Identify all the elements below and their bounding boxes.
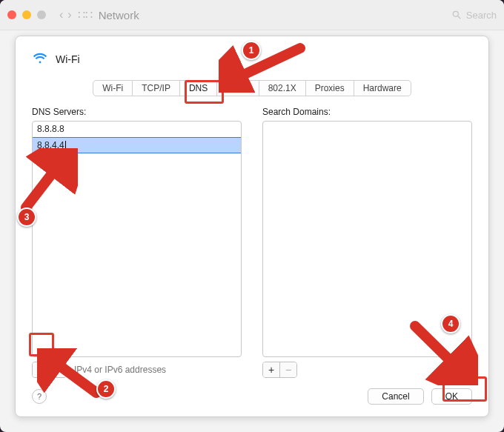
- dns-columns: DNS Servers: 8.8.8.88.8.4.4 + − IPv4 or …: [32, 107, 472, 378]
- search-placeholder: Search: [466, 10, 497, 21]
- tab-dns[interactable]: DNS: [180, 80, 217, 96]
- forward-icon[interactable]: ›: [67, 8, 71, 21]
- window-title: Network: [99, 9, 139, 21]
- search-domains-label: Search Domains:: [262, 107, 472, 117]
- remove-dns-button[interactable]: −: [49, 362, 66, 377]
- nav-arrows: ‹ ›: [59, 8, 72, 21]
- ok-button[interactable]: OK: [431, 388, 472, 405]
- dns-servers-column: DNS Servers: 8.8.8.88.8.4.4 + − IPv4 or …: [32, 107, 242, 378]
- dns-server-entry[interactable]: 8.8.8.8: [33, 122, 241, 137]
- dns-server-entry[interactable]: 8.8.4.4: [33, 137, 241, 153]
- cancel-button[interactable]: Cancel: [368, 388, 423, 405]
- panel-footer: ? Cancel OK: [32, 388, 472, 405]
- show-all-icon[interactable]: ∷∷: [78, 8, 93, 22]
- tab-wifi[interactable]: Wi-Fi: [93, 80, 133, 96]
- svg-point-0: [453, 11, 458, 16]
- wifi-icon: [32, 50, 48, 68]
- tab-proxies[interactable]: Proxies: [306, 80, 354, 96]
- search-domains-add-remove: + −: [262, 362, 297, 378]
- system-preferences-window: ‹ › ∷∷ Network Search Wi-Fi Wi-FiTCP/IPD…: [0, 0, 504, 432]
- tab-hardware[interactable]: Hardware: [354, 80, 411, 96]
- svg-line-1: [458, 16, 461, 19]
- window-controls: [7, 10, 46, 19]
- close-window-button[interactable]: [7, 10, 16, 19]
- window-titlebar: ‹ › ∷∷ Network Search: [0, 0, 504, 30]
- add-dns-button[interactable]: +: [33, 362, 49, 377]
- help-button[interactable]: ?: [32, 389, 47, 404]
- back-icon[interactable]: ‹: [59, 8, 63, 21]
- search-domains-column: Search Domains: + −: [262, 107, 472, 378]
- panel-title: Wi-Fi: [56, 53, 80, 65]
- zoom-window-button[interactable]: [37, 10, 46, 19]
- network-advanced-panel: Wi-Fi Wi-FiTCP/IPDNSWINS802.1XProxiesHar…: [15, 36, 489, 417]
- remove-search-domain-button[interactable]: −: [279, 362, 296, 377]
- dns-add-remove: + −: [32, 362, 67, 378]
- minimize-window-button[interactable]: [22, 10, 31, 19]
- tab-8021x[interactable]: 802.1X: [259, 80, 306, 96]
- tab-wins[interactable]: WINS: [217, 80, 259, 96]
- dns-servers-label: DNS Servers:: [32, 107, 242, 117]
- tab-tcpip[interactable]: TCP/IP: [133, 80, 180, 96]
- search-domains-list[interactable]: [262, 121, 472, 357]
- dns-servers-list[interactable]: 8.8.8.88.8.4.4: [32, 121, 242, 357]
- search-icon: [451, 10, 462, 20]
- add-search-domain-button[interactable]: +: [263, 362, 279, 377]
- search-field[interactable]: Search: [451, 10, 497, 21]
- settings-tabs: Wi-FiTCP/IPDNSWINS802.1XProxiesHardware: [93, 80, 411, 96]
- panel-header: Wi-Fi: [32, 50, 472, 68]
- dns-hint: IPv4 or IPv6 addresses: [74, 365, 166, 375]
